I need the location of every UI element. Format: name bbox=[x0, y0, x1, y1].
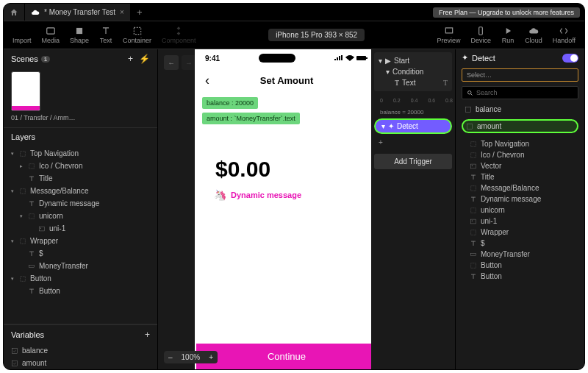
scenes-count: 1 bbox=[41, 56, 50, 63]
svg-rect-23 bbox=[470, 164, 476, 168]
preview-button[interactable]: Preview bbox=[433, 26, 465, 44]
svg-rect-22 bbox=[471, 152, 476, 157]
layer-row[interactable]: ▾Top Navigation bbox=[4, 147, 157, 160]
layer-row[interactable]: Vector bbox=[456, 160, 584, 171]
start-node[interactable]: ▾▶Start bbox=[377, 55, 449, 66]
chip-amount[interactable]: amount : `MoneyTransfer`.text bbox=[202, 113, 300, 124]
media-button[interactable]: Media bbox=[37, 26, 65, 44]
properties-panel: ✦ Detect Select… Search balance amount T… bbox=[456, 49, 584, 369]
status-bar: 9:41 bbox=[195, 49, 371, 67]
home-tab[interactable] bbox=[4, 4, 25, 21]
svg-rect-9 bbox=[39, 227, 45, 231]
svg-rect-26 bbox=[471, 207, 476, 213]
text-action[interactable]: TTextT bbox=[377, 77, 449, 88]
detect-toggle[interactable] bbox=[562, 54, 578, 63]
layer-row[interactable]: Button bbox=[4, 285, 157, 297]
svg-rect-13 bbox=[21, 276, 26, 281]
variable-balance[interactable]: balance bbox=[4, 344, 157, 357]
interaction-panel: ▾▶Start ▾Condition TTextT 00.20.40.60.8 … bbox=[371, 49, 456, 369]
layer-row[interactable]: unicorn bbox=[456, 205, 584, 216]
add-tab-button[interactable]: + bbox=[131, 7, 148, 18]
add-variable-button[interactable]: + bbox=[145, 330, 150, 340]
layer-row[interactable]: Message/Balance bbox=[456, 182, 584, 193]
prop-var-balance[interactable]: balance bbox=[462, 104, 578, 115]
prop-var-amount[interactable]: amount bbox=[462, 119, 578, 133]
add-trigger-button[interactable]: Add Trigger bbox=[374, 154, 452, 169]
layer-row[interactable]: Dynamic message bbox=[4, 197, 157, 210]
shape-button[interactable]: Shape bbox=[65, 26, 93, 44]
layer-row[interactable]: Top Navigation bbox=[456, 138, 584, 149]
layer-row[interactable]: Title bbox=[456, 171, 584, 182]
layer-row[interactable]: $ bbox=[4, 247, 157, 260]
balance-annotation: balance = 20000 bbox=[374, 109, 452, 116]
phone-preview: 9:41 ‹ Set Amount balance : 20000 amount… bbox=[195, 49, 371, 369]
layer-row[interactable]: ▾unicorn bbox=[4, 210, 157, 222]
zoom-in-button[interactable]: + bbox=[204, 351, 218, 363]
cloud-button[interactable]: Cloud bbox=[520, 26, 547, 44]
add-scene-button[interactable]: + bbox=[128, 54, 133, 64]
layer-row[interactable]: uni-1 bbox=[4, 222, 157, 235]
layer-row[interactable]: MoneyTransfer bbox=[4, 260, 157, 272]
titlebar: * Money Transfer Test × + Free Plan — Up… bbox=[4, 4, 584, 21]
sparkle-icon: ✦ bbox=[388, 122, 394, 130]
continue-button[interactable]: Continue bbox=[196, 344, 371, 369]
svg-point-24 bbox=[472, 165, 473, 166]
layer-row[interactable]: ▸Ico / Chevron bbox=[4, 160, 157, 172]
zoom-out-button[interactable]: – bbox=[164, 351, 177, 363]
layer-row[interactable]: $ bbox=[456, 238, 584, 249]
canvas-back-button[interactable]: ← bbox=[164, 55, 179, 70]
search-icon bbox=[467, 90, 473, 96]
svg-point-28 bbox=[472, 220, 473, 221]
svg-point-18 bbox=[468, 90, 472, 94]
layer-row[interactable]: MoneyTransfer bbox=[456, 249, 584, 260]
svg-rect-19 bbox=[466, 107, 471, 112]
svg-rect-2 bbox=[134, 27, 140, 34]
svg-rect-29 bbox=[471, 230, 476, 235]
sparkle-icon: ✦ bbox=[462, 53, 468, 63]
scenes-header: Scenes 1 + ⚡ bbox=[4, 49, 157, 68]
upgrade-banner[interactable]: Free Plan — Upgrade to unlock more featu… bbox=[433, 7, 580, 18]
layer-row[interactable]: Button bbox=[456, 260, 584, 271]
timeline-ruler: 00.20.40.60.8 bbox=[374, 94, 452, 106]
layer-row[interactable]: Title bbox=[4, 172, 157, 185]
dynamic-message: Dynamic message bbox=[231, 191, 301, 199]
zoom-control[interactable]: – 100% + bbox=[164, 351, 218, 363]
scenes-flash-icon[interactable]: ⚡ bbox=[139, 54, 150, 64]
svg-rect-6 bbox=[29, 163, 35, 168]
variable-amount[interactable]: amount bbox=[4, 357, 157, 369]
layer-row[interactable]: Dynamic message bbox=[456, 193, 584, 205]
layer-row[interactable]: ▾Wrapper bbox=[4, 235, 157, 247]
search-input[interactable]: Search bbox=[462, 86, 578, 99]
layer-row[interactable]: Ico / Chevron bbox=[456, 149, 584, 160]
layer-row[interactable]: uni-1 bbox=[456, 216, 584, 227]
canvas-forward-button[interactable]: → bbox=[182, 55, 196, 70]
add-action-button[interactable]: + bbox=[374, 137, 452, 148]
handoff-button[interactable]: Handoff bbox=[548, 26, 580, 44]
svg-rect-17 bbox=[366, 57, 368, 59]
close-icon[interactable]: × bbox=[120, 8, 124, 16]
svg-rect-14 bbox=[12, 348, 18, 353]
select-dropdown[interactable]: Select… bbox=[462, 68, 578, 82]
detect-node[interactable]: ▾✦Detect bbox=[374, 118, 452, 134]
import-button[interactable]: Import bbox=[8, 26, 36, 44]
svg-rect-11 bbox=[21, 238, 26, 244]
svg-rect-25 bbox=[471, 185, 476, 191]
zoom-value: 100% bbox=[177, 351, 205, 363]
device-selector[interactable]: iPhone 15 Pro 393 × 852 bbox=[268, 29, 365, 41]
svg-rect-1 bbox=[76, 28, 82, 34]
layer-row[interactable]: Button bbox=[456, 271, 584, 282]
layer-row[interactable]: ▾Message/Balance bbox=[4, 185, 157, 197]
layer-row[interactable]: ▾Button bbox=[4, 272, 157, 285]
scene-label: 01 / Transfer / Amm… bbox=[4, 114, 157, 127]
canvas[interactable]: ← → 9:41 ‹ Set Amount bbox=[158, 49, 371, 369]
layer-row[interactable]: Wrapper bbox=[456, 227, 584, 238]
component-button[interactable]: Component bbox=[157, 26, 201, 44]
chip-balance[interactable]: balance : 20000 bbox=[202, 97, 258, 109]
run-button[interactable]: Run bbox=[497, 26, 519, 44]
device-button[interactable]: Device bbox=[467, 26, 496, 44]
scene-thumbnail[interactable] bbox=[11, 71, 40, 111]
text-button[interactable]: Text bbox=[95, 26, 117, 44]
condition-node[interactable]: ▾Condition bbox=[377, 66, 449, 77]
container-button[interactable]: Container bbox=[118, 26, 156, 44]
file-tab[interactable]: * Money Transfer Test × bbox=[25, 4, 131, 21]
